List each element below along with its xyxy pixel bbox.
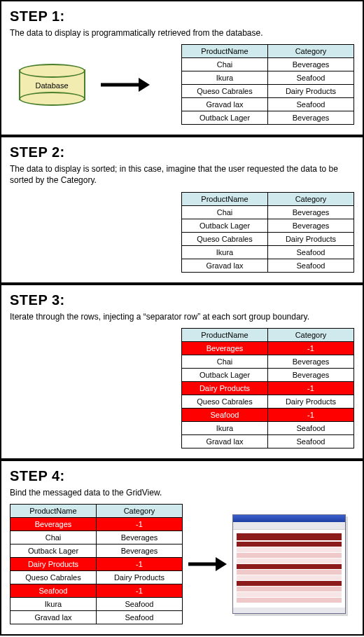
step-1-table: ProductName Category ChaiBeveragesIkuraS… bbox=[181, 44, 354, 125]
gridview-screenshot bbox=[232, 514, 346, 614]
table-header: Category bbox=[268, 328, 354, 341]
step-2-panel: STEP 2: The data to display is sorted; i… bbox=[0, 136, 364, 283]
table-header: ProductName bbox=[182, 328, 268, 341]
table-cell: Beverages bbox=[97, 544, 183, 557]
table-header: Category bbox=[97, 504, 183, 517]
table-row: Queso CabralesDairy Products bbox=[182, 395, 354, 408]
table-cell: Beverages bbox=[268, 355, 354, 368]
table-row: Gravad laxSeafood bbox=[182, 259, 354, 272]
table-cell: Dairy Products bbox=[97, 570, 183, 584]
table-row: Outback LagerBeverages bbox=[182, 111, 354, 125]
step-1-panel: STEP 1: The data to display is programma… bbox=[0, 0, 364, 136]
table-cell: Dairy Products bbox=[268, 232, 354, 245]
table-cell: Ikura bbox=[10, 597, 97, 610]
table-row: ChaiBeverages bbox=[10, 530, 183, 544]
step-1-title: STEP 1: bbox=[10, 8, 354, 25]
table-header: Category bbox=[268, 45, 354, 58]
table-cell: Ikura bbox=[182, 245, 268, 259]
table-header: ProductName bbox=[10, 504, 97, 517]
table-cell: -1 bbox=[268, 341, 354, 355]
step-4-desc: Bind the messaged data to the GridView. bbox=[10, 487, 354, 498]
table-cell: Beverages bbox=[268, 205, 354, 219]
table-row: IkuraSeafood bbox=[182, 245, 354, 259]
table-cell: Dairy Products bbox=[268, 395, 354, 408]
table-cell: Queso Cabrales bbox=[182, 85, 268, 98]
table-row: Outback LagerBeverages bbox=[182, 368, 354, 381]
step-4-table: ProductName Category Beverages-1ChaiBeve… bbox=[10, 504, 183, 624]
table-cell: Seafood bbox=[268, 421, 354, 434]
table-cell: Outback Lager bbox=[182, 219, 268, 232]
table-cell: Dairy Products bbox=[10, 557, 97, 570]
table-row: Outback LagerBeverages bbox=[182, 219, 354, 232]
table-row: Seafood-1 bbox=[182, 408, 354, 421]
table-cell: Gravad lax bbox=[182, 98, 268, 111]
table-cell: Beverages bbox=[182, 341, 268, 355]
table-cell: Seafood bbox=[268, 98, 354, 111]
arrow-icon bbox=[101, 78, 150, 92]
table-row: Dairy Products-1 bbox=[182, 381, 354, 395]
step-3-title: STEP 3: bbox=[10, 292, 354, 308]
step-3-table: ProductName Category Beverages-1ChaiBeve… bbox=[181, 328, 354, 448]
table-cell: -1 bbox=[268, 408, 354, 421]
step-4-body: ProductName Category Beverages-1ChaiBeve… bbox=[10, 504, 354, 624]
table-cell: Gravad lax bbox=[182, 434, 268, 448]
table-cell: Queso Cabrales bbox=[182, 232, 268, 245]
step-1-desc: The data to display is programmatically … bbox=[10, 27, 354, 39]
table-cell: Beverages bbox=[268, 111, 354, 125]
table-row: Beverages-1 bbox=[182, 341, 354, 355]
table-cell: Beverages bbox=[97, 530, 183, 544]
table-cell: Gravad lax bbox=[10, 610, 97, 624]
table-row: Queso CabralesDairy Products bbox=[10, 570, 183, 584]
step-2-title: STEP 2: bbox=[10, 144, 354, 160]
table-cell: Beverages bbox=[268, 58, 354, 71]
table-row: Queso CabralesDairy Products bbox=[182, 85, 354, 98]
table-cell: Outback Lager bbox=[182, 111, 268, 125]
table-cell: -1 bbox=[97, 517, 183, 530]
table-cell: -1 bbox=[97, 557, 183, 570]
database-label: Database bbox=[19, 81, 85, 90]
table-cell: Ikura bbox=[182, 421, 268, 434]
step-2-desc: The data to display is sorted; in this c… bbox=[10, 163, 354, 186]
table-cell: Seafood bbox=[10, 584, 97, 597]
step-4-title: STEP 4: bbox=[10, 468, 354, 484]
table-row: ChaiBeverages bbox=[182, 205, 354, 219]
table-cell: -1 bbox=[97, 584, 183, 597]
table-header: ProductName bbox=[182, 192, 268, 205]
database-icon: Database bbox=[10, 53, 94, 116]
table-cell: Chai bbox=[182, 205, 268, 219]
table-header: ProductName bbox=[182, 45, 268, 58]
table-cell: Dairy Products bbox=[182, 381, 268, 395]
table-cell: Seafood bbox=[268, 434, 354, 448]
table-row: IkuraSeafood bbox=[182, 71, 354, 85]
table-cell: Seafood bbox=[268, 71, 354, 85]
table-row: IkuraSeafood bbox=[10, 597, 183, 610]
table-cell: Outback Lager bbox=[182, 368, 268, 381]
table-cell: Seafood bbox=[97, 597, 183, 610]
arrow-icon bbox=[188, 557, 227, 571]
table-row: Queso CabralesDairy Products bbox=[182, 232, 354, 245]
table-cell: Dairy Products bbox=[268, 85, 354, 98]
table-cell: Beverages bbox=[268, 219, 354, 232]
table-row: IkuraSeafood bbox=[182, 421, 354, 434]
table-cell: Queso Cabrales bbox=[182, 395, 268, 408]
table-cell: Beverages bbox=[10, 517, 97, 530]
step-4-panel: STEP 4: Bind the messaged data to the Gr… bbox=[0, 460, 364, 636]
step-3-desc: Iterate through the rows, injecting a “s… bbox=[10, 311, 354, 322]
table-cell: Chai bbox=[182, 355, 268, 368]
table-cell: Seafood bbox=[268, 259, 354, 272]
table-row: Beverages-1 bbox=[10, 517, 183, 530]
table-row: Gravad laxSeafood bbox=[182, 434, 354, 448]
table-cell: Outback Lager bbox=[10, 544, 97, 557]
table-row: Gravad laxSeafood bbox=[182, 98, 354, 111]
table-cell: Ikura bbox=[182, 71, 268, 85]
table-cell: Chai bbox=[182, 58, 268, 71]
diagram-page: STEP 1: The data to display is programma… bbox=[0, 0, 364, 636]
table-cell: -1 bbox=[268, 381, 354, 395]
table-row: Seafood-1 bbox=[10, 584, 183, 597]
table-row: ChaiBeverages bbox=[182, 58, 354, 71]
table-cell: Seafood bbox=[97, 610, 183, 624]
step-1-body: Database ProductName Category ChaiBevera… bbox=[10, 44, 354, 125]
table-row: ChaiBeverages bbox=[182, 355, 354, 368]
table-row: Outback LagerBeverages bbox=[10, 544, 183, 557]
table-row: Gravad laxSeafood bbox=[10, 610, 183, 624]
